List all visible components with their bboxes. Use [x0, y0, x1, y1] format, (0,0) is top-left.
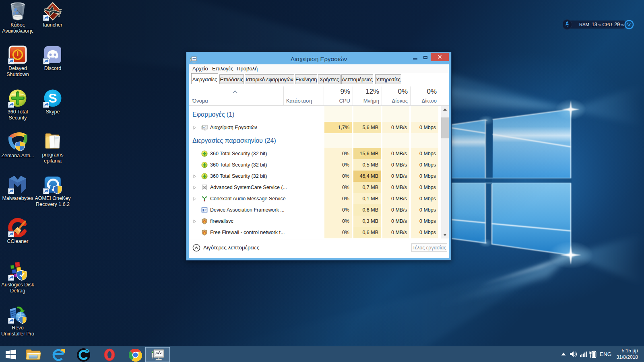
- svg-text:S: S: [48, 91, 57, 105]
